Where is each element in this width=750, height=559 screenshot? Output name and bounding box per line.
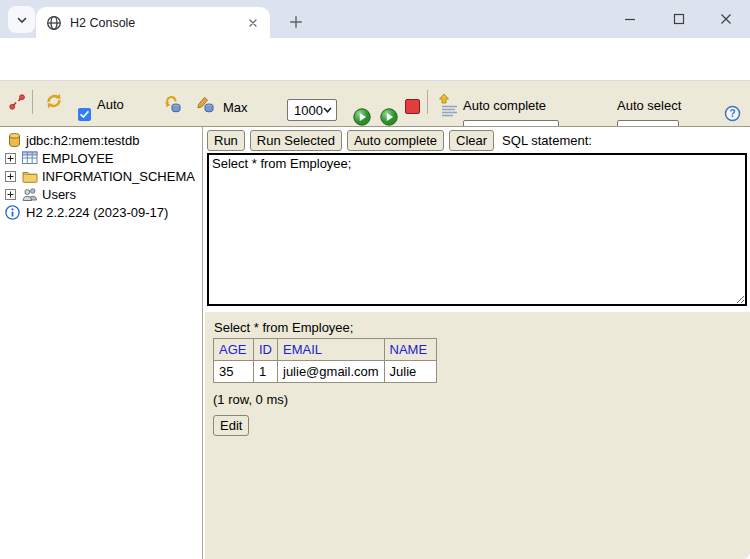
expand-plus-icon[interactable] <box>5 171 16 182</box>
new-tab-button[interactable] <box>284 10 308 34</box>
toolbar-separator <box>427 90 428 114</box>
svg-text:?: ? <box>729 108 735 119</box>
table-icon <box>22 151 38 165</box>
close-icon <box>720 13 732 25</box>
maximize-icon <box>673 13 685 25</box>
info-icon <box>5 205 20 220</box>
cell-age: 35 <box>214 361 254 383</box>
rollback-icon <box>162 94 182 114</box>
tab-search-button[interactable] <box>8 6 35 33</box>
autocomplete-toolbar-icon <box>438 93 460 117</box>
max-rows-label: Max <box>223 100 248 115</box>
chevron-down-icon <box>323 107 332 113</box>
h2-toolbar: Auto commit Max 1000 <box>0 81 750 127</box>
results-frame: Select * from Employee; AGE ID EMAIL NAM… <box>205 312 750 559</box>
refresh-button[interactable] <box>44 91 64 111</box>
close-window-button[interactable] <box>711 8 741 30</box>
tree-item-users[interactable]: Users <box>5 185 76 203</box>
table-row: 35 1 julie@gmail.com Julie <box>214 361 437 383</box>
tree-item-label: EMPLOYEE <box>42 151 114 166</box>
run-selected-button-icon[interactable] <box>380 108 398 126</box>
max-rows-select[interactable]: 1000 <box>287 99 337 121</box>
expand-plus-icon[interactable] <box>5 189 16 200</box>
auto-complete-label: Auto complete <box>463 98 546 113</box>
tree-item-employee[interactable]: EMPLOYEE <box>5 149 114 167</box>
chevron-down-icon <box>16 14 28 26</box>
tree-item-h2-version[interactable]: H2 2.2.224 (2023-09-17) <box>5 203 168 221</box>
cancel-statement-button[interactable] <box>405 99 420 114</box>
run-button-icon[interactable] <box>353 108 371 126</box>
minimize-icon <box>624 13 636 25</box>
minimize-button[interactable] <box>615 8 645 30</box>
cell-email: julie@gmail.com <box>278 361 385 383</box>
disconnect-icon <box>8 93 26 111</box>
autocomplete-icon <box>438 93 460 117</box>
expand-plus-icon[interactable] <box>5 153 16 164</box>
disconnect-button[interactable] <box>8 93 26 111</box>
rollback-button[interactable] <box>162 94 182 114</box>
column-header-age: AGE <box>214 339 254 361</box>
browser-window: H2 Console <box>0 0 750 559</box>
result-table-header-row: AGE ID EMAIL NAME <box>214 339 437 361</box>
help-button[interactable]: ? <box>724 105 741 122</box>
tree-item-label: INFORMATION_SCHEMA <box>42 169 195 184</box>
result-table: AGE ID EMAIL NAME 35 1 julie@gmail.com J… <box>213 338 437 383</box>
run-button[interactable]: Run <box>207 130 245 151</box>
play-icon <box>380 108 398 126</box>
sql-statement-textarea[interactable]: Select * from Employee; <box>207 153 747 306</box>
auto-commit-label-line1: Auto <box>97 97 124 112</box>
schema-tree-sidebar: jdbc:h2:mem:testdb EMPLOYEE INF <box>0 127 203 559</box>
run-selected-button[interactable]: Run Selected <box>250 130 342 151</box>
tree-item-label: H2 2.2.224 (2023-09-17) <box>26 205 168 220</box>
globe-favicon-icon <box>46 15 62 31</box>
tree-item-information-schema[interactable]: INFORMATION_SCHEMA <box>5 167 195 185</box>
users-icon <box>22 187 38 201</box>
query-frame: Run Run Selected Auto complete Clear SQL… <box>204 127 750 312</box>
tab-close-button[interactable] <box>244 14 262 32</box>
edit-button[interactable]: Edit <box>213 415 249 436</box>
clear-button[interactable]: Clear <box>449 130 494 151</box>
toolbar-separator <box>32 90 33 114</box>
tree-item-label: jdbc:h2:mem:testdb <box>26 133 139 148</box>
help-icon: ? <box>724 105 741 122</box>
auto-select-select[interactable]: On <box>617 120 679 127</box>
tree-item-database[interactable]: jdbc:h2:mem:testdb <box>7 131 139 149</box>
column-header-id: ID <box>254 339 278 361</box>
auto-complete-button[interactable]: Auto complete <box>347 130 444 151</box>
auto-complete-select[interactable]: Off <box>463 120 559 127</box>
play-icon <box>353 108 371 126</box>
checkmark-icon <box>79 109 90 120</box>
cell-name: Julie <box>384 361 436 383</box>
address-bar: localhost:8080/h2-console/login.do?jsess… <box>0 38 750 81</box>
tab-title: H2 Console <box>70 16 244 30</box>
commit-button[interactable] <box>195 94 215 114</box>
refresh-icon <box>44 91 64 111</box>
tab-h2-console[interactable]: H2 Console <box>36 7 270 38</box>
auto-commit-checkbox[interactable] <box>78 108 91 121</box>
tree-item-label: Users <box>42 187 76 202</box>
sql-statement-label: SQL statement: <box>502 133 592 148</box>
folder-icon <box>22 170 38 183</box>
auto-select-label: Auto select <box>617 98 681 113</box>
maximize-button[interactable] <box>664 8 694 30</box>
executed-query-text: Select * from Employee; <box>214 320 353 335</box>
cell-id: 1 <box>254 361 278 383</box>
commit-icon <box>195 94 215 114</box>
column-header-name: NAME <box>384 339 436 361</box>
result-status-text: (1 row, 0 ms) <box>213 392 288 407</box>
close-icon <box>247 17 259 29</box>
column-header-email: EMAIL <box>278 339 385 361</box>
query-button-row: Run Run Selected Auto complete Clear SQL… <box>207 130 592 151</box>
tab-strip: H2 Console <box>0 0 750 38</box>
max-rows-value: 1000 <box>294 103 323 118</box>
database-icon <box>7 132 22 148</box>
plus-icon <box>288 14 304 30</box>
